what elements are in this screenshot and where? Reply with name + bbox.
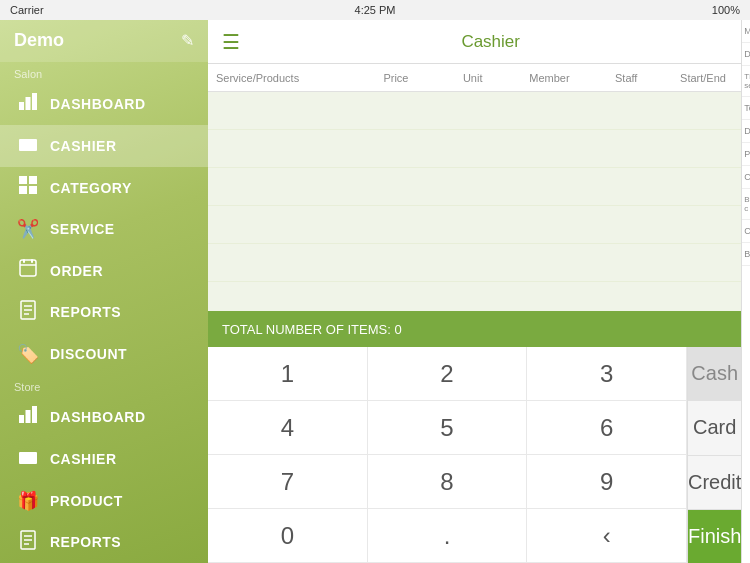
right-panel-mem: Mem	[742, 20, 750, 43]
svg-rect-3	[19, 139, 37, 151]
main-content: ☰ Cashier Service/Products Price Unit Me…	[208, 20, 741, 563]
sidebar-item-label: REPORTS	[50, 534, 121, 550]
cashier-store-icon	[14, 446, 42, 471]
col-service: Service/Products	[208, 72, 358, 84]
key-0[interactable]: 0	[208, 509, 368, 563]
key-backspace[interactable]: ‹	[527, 509, 687, 563]
table-row	[208, 168, 741, 206]
service-icon: ✂️	[14, 218, 42, 240]
sidebar-item-label: REPORTS	[50, 304, 121, 320]
key-5[interactable]: 5	[368, 401, 528, 455]
finish-button[interactable]: Finish	[688, 510, 741, 563]
battery-label: 100%	[712, 4, 740, 16]
sidebar-item-reports-salon[interactable]: REPORTS	[0, 291, 208, 333]
key-7[interactable]: 7	[208, 455, 368, 509]
svg-rect-9	[23, 259, 25, 263]
svg-rect-18	[32, 406, 37, 423]
right-panel-pay: Pay	[742, 143, 750, 166]
right-panel-the-serv: The serv	[742, 66, 750, 97]
svg-rect-17	[26, 410, 31, 423]
store-section-label: Store	[0, 375, 208, 397]
svg-rect-2	[32, 93, 37, 110]
keypad-area: 1 2 3 4 5 6 7 8 9 0 . ‹ Cash Card	[208, 347, 741, 563]
cash-label: Cash	[691, 362, 738, 385]
key-9[interactable]: 9	[527, 455, 687, 509]
right-panel-tot: Tot	[742, 97, 750, 120]
keypad: 1 2 3 4 5 6 7 8 9 0 . ‹	[208, 347, 688, 563]
col-startend: Start/End	[665, 72, 742, 84]
status-bar: Carrier 4:25 PM 100%	[0, 0, 750, 20]
dashboard-salon-icon	[14, 92, 42, 117]
col-price: Price	[358, 72, 435, 84]
table-row	[208, 206, 741, 244]
sidebar-item-label: PRODUCT	[50, 493, 123, 509]
sidebar-item-dashboard-salon[interactable]: DASHBOARD	[0, 84, 208, 126]
app-wrapper: Demo ✎ Salon DASHBOARD CASHIER CATEGORY …	[0, 20, 750, 563]
app-title: Demo	[14, 30, 64, 51]
svg-rect-0	[19, 102, 24, 110]
discount-icon: 🏷️	[14, 343, 42, 365]
sidebar-item-label: DISCOUNT	[50, 346, 127, 362]
page-title: Cashier	[254, 32, 727, 52]
right-panel-cre: Cre	[742, 220, 750, 243]
sidebar-item-product[interactable]: 🎁 PRODUCT	[0, 480, 208, 522]
sidebar-item-label: CATEGORY	[50, 180, 132, 196]
card-button[interactable]: Card	[688, 401, 741, 455]
svg-rect-10	[31, 259, 33, 263]
col-member: Member	[511, 72, 588, 84]
payment-buttons: Cash Card Credit Finish	[688, 347, 741, 563]
total-count: 0	[394, 322, 401, 337]
key-dot[interactable]: .	[368, 509, 528, 563]
right-panel-bala: Bala	[742, 243, 750, 266]
sidebar-item-label: CASHIER	[50, 451, 117, 467]
salon-section-label: Salon	[0, 62, 208, 84]
reports-store-icon	[14, 530, 42, 555]
sidebar-item-label: ORDER	[50, 263, 103, 279]
sidebar-item-discount[interactable]: 🏷️ DISCOUNT	[0, 333, 208, 375]
reports-salon-icon	[14, 300, 42, 325]
right-panel-disc2: Disc	[742, 120, 750, 143]
col-unit: Unit	[434, 72, 511, 84]
sidebar-header: Demo ✎	[0, 20, 208, 62]
top-bar: ☰ Cashier	[208, 20, 741, 64]
right-panel-byc: By c	[742, 189, 750, 220]
total-label: TOTAL NUMBER OF ITEMS:	[222, 322, 391, 337]
card-label: Card	[693, 416, 736, 439]
credit-label: Credit	[688, 471, 741, 494]
sidebar-item-dashboard-store[interactable]: DASHBOARD	[0, 397, 208, 439]
svg-rect-8	[20, 260, 36, 276]
sidebar-item-category[interactable]: CATEGORY	[0, 167, 208, 209]
credit-button[interactable]: Credit	[688, 456, 741, 510]
sidebar-item-order[interactable]: ORDER	[0, 250, 208, 292]
svg-rect-6	[19, 186, 27, 194]
time-label: 4:25 PM	[355, 4, 396, 16]
key-4[interactable]: 4	[208, 401, 368, 455]
carrier-label: Carrier	[10, 4, 44, 16]
edit-icon[interactable]: ✎	[181, 31, 194, 50]
cash-button[interactable]: Cash	[688, 347, 741, 401]
sidebar-item-cashier-salon[interactable]: CASHIER	[0, 125, 208, 167]
svg-rect-4	[19, 176, 27, 184]
key-8[interactable]: 8	[368, 455, 528, 509]
key-3[interactable]: 3	[527, 347, 687, 401]
sidebar-item-cashier-store[interactable]: CASHIER	[0, 438, 208, 480]
category-icon	[14, 175, 42, 200]
key-2[interactable]: 2	[368, 347, 528, 401]
table-area: Service/Products Price Unit Member Staff…	[208, 64, 741, 311]
cashier-salon-icon	[14, 133, 42, 158]
right-panel-ca: Ca	[742, 166, 750, 189]
key-6[interactable]: 6	[527, 401, 687, 455]
key-1[interactable]: 1	[208, 347, 368, 401]
order-icon	[14, 258, 42, 283]
svg-rect-19	[19, 452, 37, 464]
product-icon: 🎁	[14, 490, 42, 512]
sidebar-item-reports-store[interactable]: REPORTS	[0, 521, 208, 563]
table-row	[208, 92, 741, 130]
sidebar-item-label: SERVICE	[50, 221, 115, 237]
sidebar-item-service[interactable]: ✂️ SERVICE	[0, 208, 208, 250]
table-header: Service/Products Price Unit Member Staff…	[208, 64, 741, 92]
col-staff: Staff	[588, 72, 665, 84]
svg-rect-7	[29, 186, 37, 194]
total-bar: TOTAL NUMBER OF ITEMS: 0	[208, 311, 741, 347]
hamburger-icon[interactable]: ☰	[222, 30, 240, 54]
